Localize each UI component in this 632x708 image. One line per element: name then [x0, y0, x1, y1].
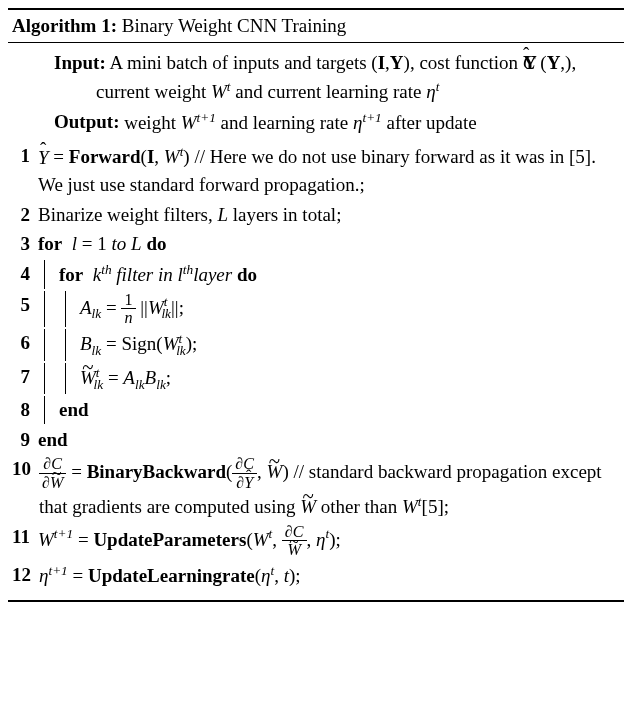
algorithm-label: Algorithm 1: [12, 15, 117, 36]
line-5: 5 Alk = 1n ||Wtlk||; [12, 291, 620, 328]
output-line: Output: weight Wt+1 and learning rate ηt… [54, 107, 620, 136]
line-8: 8 end [12, 396, 620, 424]
line-7: 7 Wtlk = AlkBlk; [12, 363, 620, 394]
line-12: 12 ηt+1 = UpdateLearningrate(ηt, t); [12, 561, 620, 590]
input-line: Input: A mini batch of inputs and target… [54, 49, 620, 105]
algorithm-title: Algorithm 1: Binary Weight CNN Training [8, 10, 624, 43]
algorithm-box: Algorithm 1: Binary Weight CNN Training … [8, 8, 624, 602]
output-text: weight Wt+1 and learning rate ηt+1 after… [124, 112, 477, 133]
input-label: Input: [54, 52, 106, 73]
algorithm-body: Input: A mini batch of inputs and target… [8, 43, 624, 600]
line-11: 11 Wt+1 = UpdateParameters(Wt, ∂CW, ηt); [12, 523, 620, 560]
line-4: 4 for kth filter in lthlayer do [12, 260, 620, 289]
line-10: 10 ∂C∂W = BinaryBackward(∂C∂Y, W) // sta… [12, 455, 620, 520]
line-6: 6 Blk = Sign(Wtlk); [12, 329, 620, 360]
algorithm-name: Binary Weight CNN Training [122, 15, 347, 36]
line-1: 1 Y = Forward(I, Wt) // Here we do not u… [12, 142, 620, 198]
output-label: Output: [54, 112, 119, 133]
input-text: A mini batch of inputs and targets (I,Y)… [96, 52, 576, 102]
io-block: Input: A mini batch of inputs and target… [12, 49, 620, 136]
line-2: 2 Binarize weight filters, L layers in t… [12, 201, 620, 229]
line-9: 9 end [12, 426, 620, 454]
line-3: 3 for l = 1 to L do [12, 230, 620, 258]
